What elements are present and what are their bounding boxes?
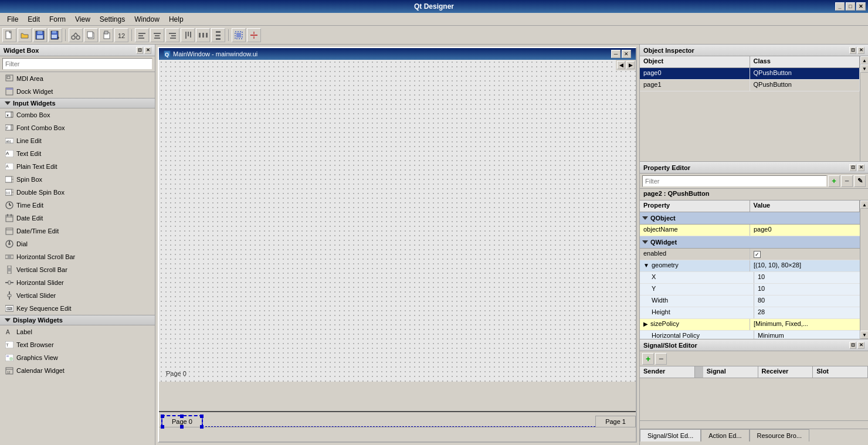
toolbar-align-left[interactable] [135,28,149,42]
canvas-scroll-left[interactable]: ◀ [617,61,625,69]
oi-scroll-up[interactable]: ▲ [860,56,868,64]
toolbar-distribute-h[interactable] [196,28,210,42]
widget-item-text-edit[interactable]: A Text Edit [0,147,155,160]
category-input-widgets[interactable]: Input Widgets [0,98,155,108]
toolbar-copy[interactable] [84,28,98,42]
widget-item-h-slider[interactable]: Horizontal Slider [0,276,155,289]
widget-item-dock-widget[interactable]: Dock Widget [0,85,155,98]
toolbar-align-right[interactable] [165,28,179,42]
menu-view[interactable]: View [70,14,95,25]
widget-item-text-browser[interactable]: T Text Browser [0,338,155,351]
widget-box-close-btn[interactable]: ✕ [144,47,151,54]
toolbar-save[interactable] [33,28,47,42]
tab-page1[interactable]: Page 1 [595,416,636,427]
toolbar-align-hcenter[interactable] [150,28,164,42]
ss-tab-action-editor[interactable]: Action Ed... [701,429,749,441]
enabled-checkbox[interactable]: ✓ [754,251,761,258]
widget-item-time-edit[interactable]: Time Edit [0,199,155,212]
category-display-widgets[interactable]: Display Widgets [0,315,155,325]
menu-form[interactable]: Form [45,14,70,25]
tab-page0[interactable]: Page 0 [161,415,203,427]
prop-row-geometry[interactable]: ▼geometry [(10, 10), 80×28] [640,260,860,272]
ss-remove-btn[interactable]: − [655,353,667,365]
prop-group-qobject-header[interactable]: QObject [640,212,860,224]
ss-float-btn[interactable]: ⊡ [849,342,856,349]
pe-close-btn[interactable]: ✕ [857,164,864,171]
menu-window[interactable]: Window [130,14,164,25]
toolbar-paste[interactable] [99,28,113,42]
ss-tab-signal-slot[interactable]: Signal/Slot Ed... [640,429,701,441]
menu-edit[interactable]: Edit [23,14,45,25]
widget-item-double-spin-box[interactable]: 0.0 Double Spin Box [0,186,155,199]
prop-filter-bar: + − ✎ [640,174,868,189]
object-inspector-row-1[interactable]: page1 QPushButton [640,80,860,91]
widget-item-label[interactable]: A Label [0,325,155,338]
widget-item-plain-text-edit[interactable]: A Plain Text Edit [0,160,155,173]
ss-add-btn[interactable]: + [642,353,654,365]
oi-close-btn[interactable]: ✕ [857,47,864,54]
object-inspector-row-0[interactable]: page0 QPushButton [640,68,860,80]
widget-item-line-edit[interactable]: ab| Line Edit [0,134,155,147]
minimize-btn[interactable]: _ [835,2,845,11]
pe-float-btn[interactable]: ⊡ [849,164,856,171]
prop-row-sizepolicy[interactable]: ▶sizePolicy [Minimum, Fixed,... [640,319,860,331]
widget-box-float-btn[interactable]: ⊡ [136,47,143,54]
widget-item-mdi-area[interactable]: MDI Area [0,72,155,85]
toolbar-break-layout[interactable] [247,28,261,42]
toolbar-cut[interactable] [69,28,83,42]
widget-item-combo-box[interactable]: ▼ Combo Box [0,108,155,121]
toolbar-new[interactable] [2,28,16,42]
widget-item-datetime-edit[interactable]: Date/Time Edit [0,225,155,237]
widget-item-spin-box[interactable]: Spin Box [0,173,155,186]
prop-row-hpolicy[interactable]: Horizontal Policy Minimum [640,331,860,339]
toolbar-saveas[interactable]: + [48,28,62,42]
toolbar-adjust-size[interactable] [232,28,246,42]
oi-scroll-down[interactable]: ▼ [860,64,868,73]
widget-item-v-scrollbar[interactable]: Vertical Scroll Bar [0,263,155,276]
prop-row-height[interactable]: Height 28 [640,307,860,319]
canvas-scroll-right[interactable]: ▶ [626,61,635,69]
prop-row-objectname[interactable]: objectName page0 [640,225,860,236]
ss-close-btn[interactable]: ✕ [857,342,864,349]
prop-remove-btn[interactable]: − [841,175,853,187]
toolbar-distribute-v[interactable] [211,28,225,42]
widget-item-v-slider[interactable]: Vertical Slider [0,289,155,302]
menu-file[interactable]: File [2,14,23,25]
prop-filter-input[interactable] [642,175,827,187]
widget-item-key-sequence-edit[interactable]: ⌨ Key Sequence Edit [0,302,155,315]
ss-tab-resource-browser[interactable]: Resource Bro... [750,429,809,441]
prop-group-qwidget-header[interactable]: QWidget [640,236,860,248]
prop-config-btn[interactable]: ✎ [854,175,866,187]
toolbar-number[interactable]: 12 [114,28,128,42]
maximize-btn[interactable]: □ [846,2,855,11]
close-btn[interactable]: ✕ [856,2,866,11]
prop-row-y[interactable]: Y 10 [640,284,860,295]
widget-filter-input[interactable] [2,58,152,70]
prop-value-height: 28 [754,307,860,318]
widget-item-dial[interactable]: Dial [0,237,155,250]
toolbar-open[interactable] [18,28,32,42]
pe-scroll-down[interactable]: ▼ [860,331,868,339]
prop-add-btn[interactable]: + [828,175,840,187]
svg-text:F: F [6,126,8,130]
widget-item-calendar-widget[interactable]: 12 Calendar Widget [0,364,155,377]
designer-minimize-btn[interactable]: ─ [611,50,621,58]
oi-float-btn[interactable]: ⊡ [849,47,856,54]
svg-rect-45 [11,112,13,117]
toolbar-align-top[interactable] [181,28,195,42]
svg-rect-28 [190,32,191,38]
widget-item-h-scrollbar[interactable]: Horizontal Scroll Bar [0,250,155,263]
designer-canvas[interactable]: Page 0 [159,60,636,382]
widget-item-font-combo-box[interactable]: F Font Combo Box [0,121,155,134]
prop-value-y: 10 [754,284,860,295]
menu-help[interactable]: Help [164,14,188,25]
widget-item-graphics-view[interactable]: Graphics View [0,351,155,364]
designer-close-btn[interactable]: ✕ [622,50,631,58]
menu-settings[interactable]: Settings [95,14,130,25]
pe-scroll-up[interactable]: ▲ [860,201,868,209]
prop-row-enabled[interactable]: enabled ✓ [640,249,860,260]
widget-item-date-edit[interactable]: Date Edit [0,212,155,225]
property-editor: Property Editor ⊡ ✕ + − ✎ page2 : QPushB… [640,162,868,339]
prop-row-x[interactable]: X 10 [640,272,860,284]
prop-row-width[interactable]: Width 80 [640,295,860,307]
